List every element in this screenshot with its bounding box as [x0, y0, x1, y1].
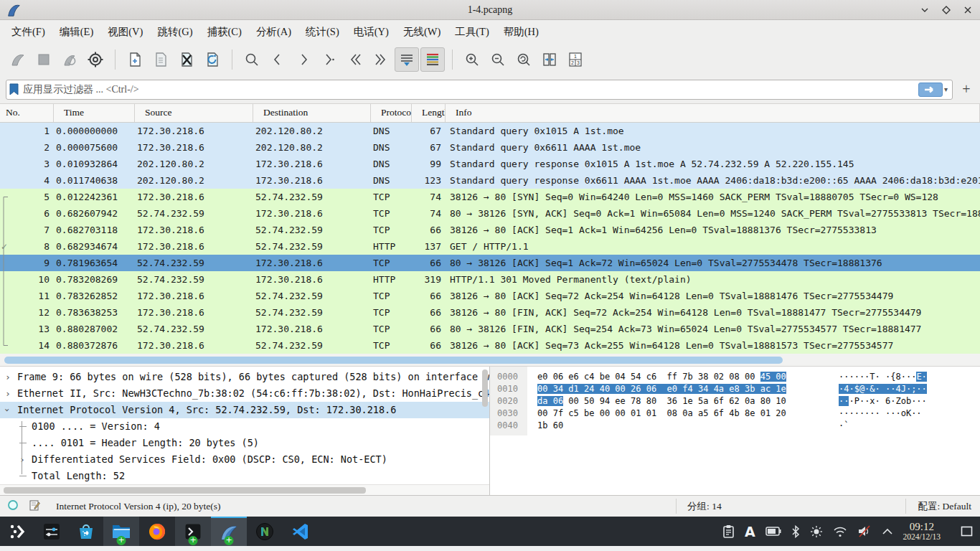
volume-muted-tray-icon[interactable]: [857, 525, 872, 537]
menu-item[interactable]: 分析(A): [249, 22, 298, 42]
capture-stop-button[interactable]: [32, 47, 56, 72]
capture-restart-button[interactable]: [57, 47, 82, 72]
packet-row-4[interactable]: 40.011740638202.120.80.2172.30.218.6DNS1…: [0, 172, 980, 189]
task-terminal[interactable]: +: [175, 517, 211, 546]
minimize-button[interactable]: [920, 5, 930, 15]
find-packet-button[interactable]: [240, 47, 264, 72]
menu-item[interactable]: 工具(T): [448, 22, 496, 42]
menu-item[interactable]: 编辑(E): [52, 22, 101, 42]
column-header-protocol[interactable]: Protocol: [371, 104, 412, 122]
packet-row-8[interactable]: 80.682934674172.30.218.652.74.232.59HTTP…: [0, 238, 980, 255]
filter-dropdown-caret[interactable]: ▾: [944, 85, 948, 93]
hex-line-0030[interactable]: 003000 7f c5 be 00 00 01 01 08 0a a5 6f …: [490, 408, 980, 420]
column-header-length[interactable]: Length: [412, 104, 446, 122]
detail-line-7[interactable]: Total Length: 52: [0, 468, 489, 484]
packet-row-11[interactable]: 110.783262852172.30.218.652.74.232.59TCP…: [0, 288, 980, 304]
packet-row-6[interactable]: 60.68260794252.74.232.59172.30.218.6TCP7…: [0, 205, 980, 222]
menu-item[interactable]: 视图(V): [100, 22, 150, 42]
column-header-no[interactable]: No.: [0, 104, 54, 122]
packet-row-7[interactable]: 70.682703118172.30.218.652.74.232.59TCP6…: [0, 222, 980, 238]
packet-row-1[interactable]: 10.000000000172.30.218.6202.120.80.2DNS6…: [0, 123, 980, 139]
column-header-time[interactable]: Time: [54, 104, 135, 122]
battery-tray-icon[interactable]: [765, 527, 781, 536]
collapse-arrow-icon[interactable]: ›: [0, 408, 16, 413]
go-next-button[interactable]: [291, 47, 316, 72]
packet-row-9[interactable]: 90.78196365452.74.232.59172.30.218.6TCP6…: [0, 255, 980, 271]
menu-item[interactable]: 捕获(C): [200, 22, 249, 42]
app-launcher-icon[interactable]: [0, 517, 34, 546]
capture-comment-icon[interactable]: [29, 499, 40, 514]
show-desktop-icon[interactable]: [961, 526, 973, 537]
detail-line-5[interactable]: .... 0101 = Header Length: 20 bytes (5): [0, 435, 489, 451]
expand-arrow-icon[interactable]: ›: [5, 369, 11, 385]
bluetooth-tray-icon[interactable]: [791, 525, 800, 538]
packet-row-10[interactable]: 100.78320826952.74.232.59172.30.218.6HTT…: [0, 271, 980, 288]
save-capture-button[interactable]: [149, 47, 173, 72]
task-firefox[interactable]: [139, 517, 175, 546]
detail-line-3[interactable]: ›Internet Protocol Version 4, Src: 52.74…: [0, 402, 489, 418]
details-vscroll-thumb[interactable]: [482, 369, 488, 407]
add-filter-button[interactable]: +: [958, 81, 974, 98]
keyboard-layout-tray-icon[interactable]: A: [745, 524, 755, 540]
column-header-source[interactable]: Source: [135, 104, 253, 122]
details-hscroll-thumb[interactable]: [4, 487, 366, 494]
task-neovim[interactable]: [247, 517, 283, 546]
open-capture-button[interactable]: [123, 47, 147, 72]
menu-item[interactable]: 跳转(G): [150, 22, 199, 42]
menu-item[interactable]: 电话(Y): [347, 22, 396, 42]
packet-row-13[interactable]: 130.88028700252.74.232.59172.30.218.6TCP…: [0, 321, 980, 337]
detail-line-1[interactable]: ›Frame 9: 66 bytes on wire (528 bits), 6…: [0, 369, 489, 385]
auto-scroll-toggle[interactable]: [395, 47, 419, 72]
bookmark-icon[interactable]: [9, 83, 19, 95]
go-to-packet-button[interactable]: [317, 47, 341, 72]
expert-info-icon[interactable]: [7, 499, 19, 514]
display-filter-field[interactable]: ▾: [6, 80, 953, 100]
capture-start-button[interactable]: [6, 47, 30, 72]
clock[interactable]: 09:12 2024/12/13: [903, 522, 941, 542]
go-last-packet-button[interactable]: [369, 47, 393, 72]
apply-filter-button[interactable]: [918, 83, 943, 97]
close-capture-button[interactable]: [174, 47, 199, 72]
hex-line-0000[interactable]: 0000e0 06 e6 c4 be 04 54 c6 ff 7b 38 02 …: [490, 371, 980, 383]
packet-row-2[interactable]: 20.000075600172.30.218.6202.120.80.2DNS6…: [0, 139, 980, 156]
go-previous-button[interactable]: [265, 47, 290, 72]
tray-expander-icon[interactable]: [882, 528, 893, 535]
expand-arrow-icon[interactable]: ›: [5, 385, 11, 402]
go-first-packet-button[interactable]: [343, 47, 367, 72]
discover-store-icon[interactable]: [69, 517, 103, 546]
detail-line-6[interactable]: ›Differentiated Services Field: 0x00 (DS…: [0, 451, 489, 468]
clipboard-tray-icon[interactable]: [722, 524, 735, 538]
reload-capture-button[interactable]: [200, 47, 225, 72]
system-settings-icon[interactable]: [34, 517, 69, 546]
packet-row-3[interactable]: 30.010932864202.120.80.2172.30.218.6DNS9…: [0, 156, 980, 172]
menu-item[interactable]: 统计(S): [298, 22, 347, 42]
zoom-out-button[interactable]: [486, 47, 510, 72]
display-filter-input[interactable]: [23, 84, 918, 95]
numbered-columns-button[interactable]: 123: [563, 47, 588, 72]
packet-row-14[interactable]: 140.880372876172.30.218.652.74.232.59TCP…: [0, 337, 980, 354]
close-button[interactable]: [963, 5, 973, 15]
capture-options-button[interactable]: [83, 47, 108, 72]
task-wireshark[interactable]: +: [211, 517, 247, 546]
packet-list-hscrollbar[interactable]: [0, 354, 980, 367]
column-header-destination[interactable]: Destination: [253, 104, 371, 122]
column-header-info[interactable]: Info: [446, 104, 980, 122]
detail-line-2[interactable]: ›Ethernet II, Src: NewH3CTechno_7b:38:02…: [0, 385, 489, 402]
task-file-manager[interactable]: +: [103, 517, 139, 546]
hex-line-0020[interactable]: 0020da 06 00 50 94 ee 78 80 36 1e 5a 6f …: [490, 395, 980, 408]
resize-columns-button[interactable]: [537, 47, 562, 72]
wifi-tray-icon[interactable]: [833, 526, 847, 537]
packet-row-5[interactable]: 50.012242361172.30.218.652.74.232.59TCP7…: [0, 189, 980, 205]
detail-line-4[interactable]: 0100 .... = Version: 4: [0, 418, 489, 435]
hex-line-0010[interactable]: 001000 34 d1 24 40 00 26 06 e0 f4 34 4a …: [490, 383, 980, 395]
packet-row-12[interactable]: 120.783638253172.30.218.652.74.232.59TCP…: [0, 304, 980, 321]
maximize-button[interactable]: [941, 5, 951, 15]
zoom-reset-button[interactable]: [512, 47, 536, 72]
brightness-tray-icon[interactable]: [810, 525, 823, 538]
zoom-in-button[interactable]: [460, 47, 484, 72]
task-vscode[interactable]: [283, 517, 319, 546]
menu-item[interactable]: 无线(W): [396, 22, 448, 42]
details-hscrollbar[interactable]: [0, 484, 489, 495]
hex-line-0040[interactable]: 00401b 60·`: [490, 420, 980, 432]
packet-list-hscroll-thumb[interactable]: [4, 357, 783, 364]
